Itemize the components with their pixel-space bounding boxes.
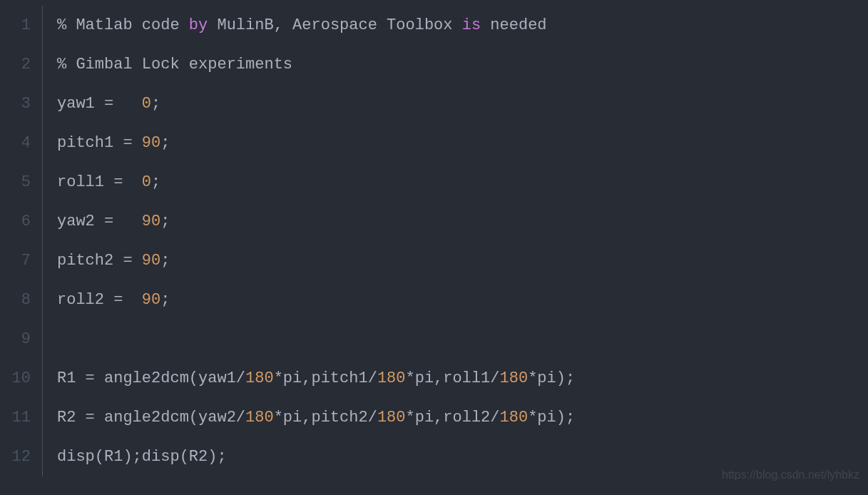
code-text: *pi); — [528, 409, 575, 427]
variable-name: yaw1 = — [57, 95, 142, 113]
line-number: 5 — [0, 163, 31, 202]
number-literal: 180 — [500, 369, 529, 387]
code-line-8: roll2 = 90; — [57, 280, 868, 320]
code-line-6: yaw2 = 90; — [57, 202, 868, 241]
comment-text: MulinB, Aerospace Toolbox — [208, 16, 461, 34]
code-text: *pi,pitch1/ — [274, 369, 377, 387]
variable-name: roll2 = — [57, 291, 142, 309]
line-number: 2 — [0, 45, 31, 84]
line-numbers-gutter: 1 2 3 4 5 6 7 8 9 10 11 12 — [0, 6, 43, 476]
code-line-4: pitch1 = 90; — [57, 123, 868, 163]
line-number: 12 — [0, 437, 31, 476]
number-literal: 180 — [245, 409, 274, 427]
number-literal: 90 — [142, 134, 160, 152]
code-content: % Matlab code by MulinB, Aerospace Toolb… — [43, 6, 868, 476]
watermark-text: https://blog.csdn.net/lyhbkz — [722, 461, 859, 489]
number-literal: 90 — [142, 252, 160, 270]
variable-name: pitch2 = — [57, 252, 142, 270]
code-line-9 — [57, 320, 868, 359]
line-number: 6 — [0, 202, 31, 241]
line-number: 3 — [0, 84, 31, 123]
line-number: 1 — [0, 6, 31, 45]
number-literal: 90 — [142, 213, 160, 230]
code-text: *pi,pitch2/ — [274, 409, 377, 427]
number-literal: 90 — [142, 291, 160, 309]
line-number: 4 — [0, 123, 31, 163]
code-block: 1 2 3 4 5 6 7 8 9 10 11 12 % Matlab code… — [0, 0, 868, 476]
number-literal: 180 — [377, 369, 406, 387]
code-line-3: yaw1 = 0; — [57, 84, 868, 123]
comment-text: % Matlab code — [57, 16, 189, 34]
line-number: 9 — [0, 320, 31, 359]
semicolon: ; — [160, 134, 170, 152]
comment-text: needed — [481, 16, 546, 34]
code-text: R1 = angle2dcm(yaw1/ — [57, 369, 245, 387]
semicolon: ; — [160, 291, 170, 309]
comment-text: % Gimbal Lock experiments — [57, 56, 292, 73]
semicolon: ; — [160, 252, 170, 270]
number-literal: 180 — [500, 409, 529, 427]
code-text: R2 = angle2dcm(yaw2/ — [57, 409, 245, 427]
semicolon: ; — [160, 213, 170, 230]
code-line-2: % Gimbal Lock experiments — [57, 45, 868, 84]
keyword-by: by — [189, 16, 208, 34]
code-line-10: R1 = angle2dcm(yaw1/180*pi,pitch1/180*pi… — [57, 359, 868, 398]
number-literal: 180 — [377, 409, 406, 427]
code-text: *pi); — [528, 369, 575, 387]
line-number: 11 — [0, 398, 31, 437]
code-line-7: pitch2 = 90; — [57, 241, 868, 280]
code-line-1: % Matlab code by MulinB, Aerospace Toolb… — [57, 6, 868, 45]
variable-name: pitch1 = — [57, 134, 142, 152]
semicolon: ; — [151, 95, 160, 113]
number-literal: 0 — [142, 95, 151, 113]
code-text: disp(R1);disp(R2); — [57, 448, 227, 466]
code-line-11: R2 = angle2dcm(yaw2/180*pi,pitch2/180*pi… — [57, 398, 868, 437]
code-line-5: roll1 = 0; — [57, 163, 868, 202]
code-text: *pi,roll2/ — [406, 409, 500, 427]
line-number: 7 — [0, 241, 31, 280]
semicolon: ; — [151, 173, 160, 191]
variable-name: yaw2 = — [57, 213, 142, 230]
code-text: *pi,roll1/ — [406, 369, 500, 387]
line-number: 10 — [0, 359, 31, 398]
line-number: 8 — [0, 280, 31, 320]
variable-name: roll1 = — [57, 173, 142, 191]
keyword-is: is — [462, 16, 481, 34]
number-literal: 0 — [142, 173, 151, 191]
number-literal: 180 — [245, 369, 274, 387]
